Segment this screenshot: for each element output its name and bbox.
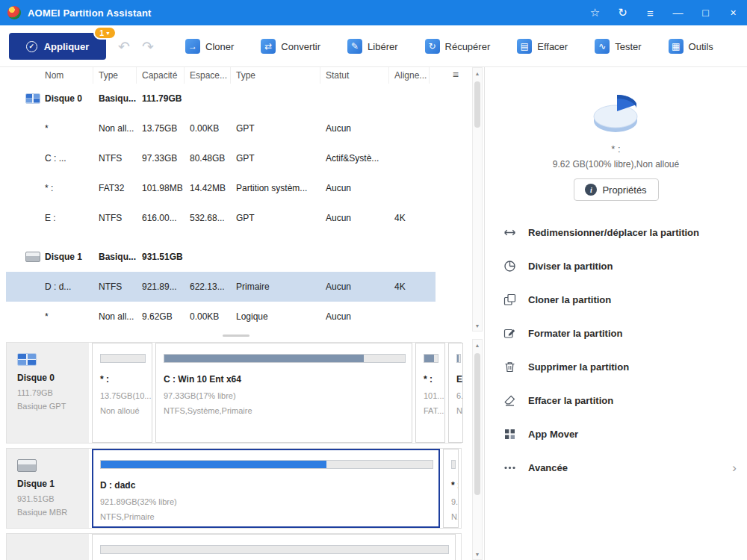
- action-resize[interactable]: Redimensionner/déplacer la partition: [485, 216, 747, 249]
- splitter-handle[interactable]: [0, 332, 472, 339]
- scroll-up-icon[interactable]: ▲: [473, 340, 482, 350]
- disk-card[interactable]: Disque 0 111.79GB Basique GPT: [7, 343, 89, 443]
- action-label: Redimensionner/déplacer la partition: [528, 227, 699, 238]
- cell-nom: *: [6, 311, 93, 322]
- cell-espace: 622.13...: [185, 281, 231, 292]
- scroll-down-icon[interactable]: ▼: [473, 320, 482, 331]
- table-row-partition[interactable]: * Non all... 9.62GB 0.00KB Logique Aucun: [6, 302, 436, 332]
- disk-block: Disque 0 111.79GB Basique GPT * : 13.75G…: [6, 342, 462, 444]
- disk-scrollbar[interactable]: ▲ ▼: [472, 339, 483, 560]
- resize-icon: [503, 226, 516, 240]
- cell-capacite: 921.89...: [137, 281, 185, 292]
- cell-type: Basiqu...: [93, 93, 137, 104]
- minimize-icon[interactable]: —: [664, 0, 692, 25]
- column-settings-icon[interactable]: ≡: [453, 69, 459, 80]
- app-title: AOMEI Partition Assistant: [28, 7, 152, 19]
- scroll-up-icon[interactable]: ▲: [473, 68, 482, 78]
- cell-statut: Aucun: [320, 213, 389, 223]
- toolbar-button-outils[interactable]: ▦ Outils: [669, 39, 713, 54]
- action-delete[interactable]: Supprimer la partition: [485, 350, 747, 384]
- partition-box[interactable]: * : 9... N...: [443, 449, 459, 528]
- partition-box[interactable]: * : 13.75GB(10... Non alloué: [92, 343, 152, 443]
- table-row-partition[interactable]: D : d... NTFS 921.89... 622.13... Primai…: [6, 272, 436, 302]
- menu-icon[interactable]: ≡: [636, 0, 664, 25]
- cell-capacite: 931.51GB: [137, 252, 185, 262]
- action-app-mover[interactable]: App Mover: [485, 417, 747, 451]
- action-wipe[interactable]: Effacer la partition: [485, 384, 747, 417]
- action-label: Formater la partition: [528, 328, 622, 339]
- partition-strip: * : 13.75GB(10... Non alloué C : Win 10 …: [89, 343, 463, 443]
- partition-box[interactable]: E... 6... N...: [448, 343, 463, 443]
- pending-operations-badge[interactable]: 1 ▼: [93, 26, 117, 40]
- cell-statut: Actif&Systè...: [320, 153, 389, 164]
- disk-card[interactable]: [7, 534, 89, 560]
- disk-icon: [25, 93, 40, 104]
- table-row-disk[interactable]: Disque 0 Basiqu... 111.79GB: [6, 84, 436, 113]
- toolbar-button-convertir[interactable]: ⇄ Convertir: [261, 39, 320, 54]
- partition-box[interactable]: D : dadc 921.89GB(32% libre) NTFS,Primai…: [92, 449, 440, 528]
- table-row-partition[interactable]: E : NTFS 616.00... 532.68... GPT Aucun 4…: [6, 203, 436, 233]
- apply-button[interactable]: ✓ Appliquer: [9, 33, 106, 60]
- action-advanced[interactable]: Avancée ›: [485, 451, 747, 485]
- splitter-bar-icon: [223, 335, 249, 337]
- toolbar-button-libérer[interactable]: ✎ Libérer: [347, 39, 397, 54]
- feedback-icon[interactable]: ↻: [609, 0, 636, 25]
- scrollbar-thumb[interactable]: [474, 353, 480, 495]
- partition-box[interactable]: * : 101... FAT...: [415, 343, 445, 443]
- toolbar-button-tester[interactable]: ∿ Tester: [595, 39, 641, 54]
- cell-type-partition: Partition systèm...: [231, 183, 320, 193]
- column-type-partition[interactable]: Type: [231, 67, 320, 84]
- maximize-icon[interactable]: □: [692, 0, 719, 25]
- cell-nom: D : d...: [6, 281, 93, 292]
- info-icon: i: [585, 184, 597, 196]
- table-row-partition[interactable]: * : FAT32 101.98MB 14.42MB Partition sys…: [6, 173, 436, 203]
- table-row-partition[interactable]: C : ... NTFS 97.33GB 80.48GB GPT Actif&S…: [6, 143, 436, 173]
- selection-detail: 9.62 GB(100% libre),Non alloué: [485, 159, 747, 169]
- usage-bar-fill: [457, 355, 459, 362]
- toolbar-button-effacer[interactable]: ▤ Effacer: [517, 39, 568, 54]
- cell-type-partition: GPT: [231, 213, 320, 223]
- check-icon: ✓: [26, 41, 37, 52]
- disk-block: Disque 1 931.51GB Basique MBR D : dadc 9…: [6, 448, 462, 529]
- table-row-disk[interactable]: Disque 1 Basiqu... 931.51GB: [6, 242, 436, 272]
- toolbar-nav: → Cloner ⇄ Convertir ✎ Libérer ↻ Récupér…: [185, 33, 713, 60]
- cell-nom: *: [6, 123, 93, 134]
- action-format[interactable]: Formater la partition: [485, 317, 747, 350]
- partition-title: D : dadc: [100, 480, 433, 491]
- scroll-down-icon[interactable]: ▼: [473, 549, 482, 559]
- redo-icon[interactable]: ↷: [142, 38, 154, 55]
- table-scrollbar[interactable]: ▲ ▼: [472, 67, 483, 332]
- table-row-partition[interactable]: * Non all... 13.75GB 0.00KB GPT Aucun: [6, 113, 436, 143]
- disk-card[interactable]: Disque 1 931.51GB Basique MBR: [7, 449, 89, 528]
- properties-button[interactable]: i Propriétés: [574, 178, 659, 201]
- partition-strip: [89, 534, 461, 560]
- toolbar-button-cloner[interactable]: → Cloner: [185, 39, 234, 54]
- format-icon: [503, 327, 516, 340]
- column-espace[interactable]: Espace...: [185, 67, 231, 84]
- cell-nom: Disque 0: [6, 93, 93, 104]
- usage-bar: [100, 354, 146, 363]
- column-type[interactable]: Type: [93, 67, 137, 84]
- action-clone-partition[interactable]: Cloner la partition: [485, 283, 747, 317]
- partition-box[interactable]: [92, 534, 456, 560]
- cell-statut: Aucun: [320, 311, 389, 322]
- partition-box[interactable]: C : Win 10 Ent x64 97.33GB(17% libre) NT…: [155, 343, 412, 443]
- column-nom[interactable]: Nom: [6, 67, 93, 84]
- usage-bar: [451, 460, 456, 469]
- split-icon: [503, 260, 516, 273]
- cell-statut: Aucun: [320, 123, 389, 134]
- action-split[interactable]: Diviser la partition: [485, 249, 747, 283]
- scrollbar-thumb[interactable]: [474, 81, 480, 128]
- column-capacite[interactable]: Capacité: [137, 67, 185, 84]
- star-icon[interactable]: ☆: [581, 0, 609, 25]
- clone-icon: →: [185, 39, 200, 54]
- free-icon: ✎: [347, 39, 362, 54]
- column-aligne[interactable]: Aligne...: [389, 67, 430, 84]
- cell-statut: Aucun: [320, 183, 389, 193]
- close-icon[interactable]: ×: [719, 0, 747, 25]
- toolbar-button-récupérer[interactable]: ↻ Récupérer: [425, 39, 491, 54]
- partition-fs: Non alloué: [100, 406, 146, 415]
- column-statut[interactable]: Statut: [320, 67, 389, 84]
- undo-redo-group: ↶ ↷: [118, 33, 154, 60]
- undo-icon[interactable]: ↶: [118, 38, 130, 55]
